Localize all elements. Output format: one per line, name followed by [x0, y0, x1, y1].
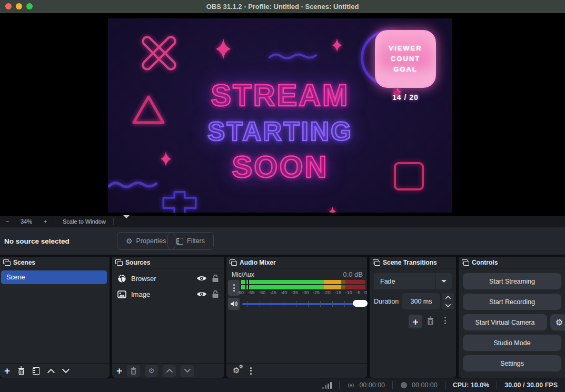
- chevron-up-icon: [166, 369, 173, 373]
- mixer-channel-label: Mic/Aux: [232, 271, 254, 278]
- scene-filters-button[interactable]: [33, 367, 40, 375]
- trash-icon: [17, 366, 25, 375]
- zoom-out-button[interactable]: −: [0, 218, 15, 225]
- volume-slider-ticks: [247, 301, 345, 307]
- sources-toolbar: + ⚙: [112, 363, 224, 378]
- dock-icon: [373, 259, 380, 265]
- start-streaming-button[interactable]: Start Streaming: [463, 273, 561, 289]
- move-scene-down-button[interactable]: [62, 369, 70, 373]
- remove-scene-button[interactable]: [17, 366, 25, 375]
- add-source-button[interactable]: +: [116, 366, 122, 376]
- scale-mode-label[interactable]: Scale to Window: [57, 218, 111, 225]
- badge-line: VIEWER: [389, 43, 422, 54]
- image-icon: [117, 290, 126, 298]
- filters-icon: [176, 238, 183, 245]
- visibility-eye-icon[interactable]: [196, 275, 207, 282]
- source-row-image[interactable]: Image: [112, 287, 224, 301]
- add-transition-button[interactable]: +: [409, 315, 422, 328]
- duration-input[interactable]: 300 ms: [402, 293, 440, 309]
- volume-slider-handle[interactable]: [353, 300, 368, 307]
- dock-icon: [3, 259, 10, 265]
- chevron-down-icon: [184, 369, 191, 373]
- settings-button[interactable]: Settings: [463, 355, 561, 371]
- chevron-down-icon: [445, 304, 451, 307]
- advanced-audio-gear-icon[interactable]: ⚙: [233, 367, 240, 375]
- chevron-down-icon: [441, 280, 447, 283]
- source-properties-button[interactable]: ⚙: [145, 365, 158, 377]
- scenes-panel: Scenes Scene +: [0, 257, 110, 378]
- filters-icon: [33, 367, 40, 375]
- sparkle-icon: [329, 207, 336, 213]
- neon-plus-shape: [154, 190, 205, 213]
- remove-source-button[interactable]: [127, 365, 140, 377]
- meter-scale: -60-55 -50-45 -40-35 -30-25 -20-15 -10-5…: [237, 290, 367, 295]
- add-scene-button[interactable]: +: [4, 366, 10, 376]
- transition-properties-button[interactable]: [444, 317, 446, 324]
- sparkle-icon: [216, 38, 231, 59]
- filters-button[interactable]: Filters: [167, 232, 214, 250]
- controls-panel-header: Controls: [459, 257, 565, 268]
- dock-icon: [115, 259, 122, 265]
- duration-increase-button[interactable]: [442, 293, 454, 301]
- zoom-in-button[interactable]: +: [38, 218, 53, 225]
- duration-label: Duration: [374, 298, 399, 305]
- scene-preview-canvas[interactable]: STREAM STARTING SOON VIEWER COUNT GOAL 1…: [108, 18, 452, 213]
- scene-list-item[interactable]: Scene: [1, 270, 107, 284]
- source-row-browser[interactable]: Browser: [112, 271, 224, 286]
- connection-quality: [315, 382, 339, 389]
- close-button[interactable]: [5, 3, 12, 9]
- gear-icon: ⚙: [556, 318, 563, 327]
- trash-icon: [427, 316, 434, 325]
- scene-transitions-panel: Scene Transitions Fade Duration 300 ms +: [370, 257, 456, 378]
- start-virtual-camera-button[interactable]: Start Virtual Camera: [463, 314, 547, 330]
- properties-label: Properties: [136, 237, 166, 245]
- scenes-toolbar: +: [0, 363, 110, 378]
- move-source-down-button[interactable]: [181, 365, 194, 377]
- chevron-up-icon: [445, 296, 451, 299]
- mute-button[interactable]: [228, 298, 240, 310]
- stream-timer: 00:00:00: [340, 381, 392, 389]
- start-recording-button[interactable]: Start Recording: [463, 294, 561, 310]
- sources-panel-title: Sources: [125, 259, 150, 266]
- scenes-panel-title: Scenes: [13, 259, 35, 266]
- minimize-button[interactable]: [16, 3, 22, 9]
- maximize-button[interactable]: [26, 3, 33, 9]
- filters-label: Filters: [187, 237, 205, 245]
- mixer-toolbar: ⚙: [226, 363, 367, 378]
- studio-mode-button[interactable]: Studio Mode: [463, 335, 561, 351]
- kebab-menu-icon: [233, 284, 235, 292]
- visibility-eye-icon[interactable]: [196, 291, 207, 297]
- lock-icon[interactable]: [212, 290, 219, 298]
- record-timer: 00:00:00: [393, 381, 445, 389]
- preview-area: STREAM STARTING SOON VIEWER COUNT GOAL 1…: [0, 13, 565, 216]
- move-source-up-button[interactable]: [163, 365, 176, 377]
- controls-panel: Controls Start Streaming Start Recording…: [459, 257, 565, 378]
- audio-mixer-header: Audio Mixer: [226, 257, 367, 268]
- gear-icon: ⚙: [148, 367, 155, 374]
- record-icon: [400, 381, 408, 389]
- globe-icon: [117, 274, 126, 283]
- duration-decrease-button[interactable]: [442, 301, 454, 309]
- virtual-camera-settings-button[interactable]: ⚙: [550, 314, 565, 330]
- properties-button[interactable]: ⚙ Properties: [117, 232, 175, 250]
- scale-mode-dropdown[interactable]: [123, 218, 130, 225]
- sources-panel: Sources Browser: [112, 257, 224, 378]
- window-title: OBS 31.1.2 - Profile: Untitled - Scenes:…: [206, 3, 359, 11]
- mixer-menu-button[interactable]: [250, 367, 252, 375]
- transition-select[interactable]: Fade: [374, 273, 452, 289]
- transitions-panel-header: Scene Transitions: [370, 257, 456, 268]
- move-scene-up-button[interactable]: [47, 369, 55, 373]
- chevron-up-icon: [47, 369, 55, 373]
- sources-panel-header: Sources: [112, 257, 224, 268]
- mixer-db-value: 0.0 dB: [343, 270, 363, 278]
- lock-icon[interactable]: [212, 274, 219, 283]
- remove-transition-button[interactable]: [427, 316, 434, 325]
- dock-icon: [230, 259, 236, 265]
- chevron-down-icon: [62, 369, 70, 373]
- plus-icon: +: [412, 317, 418, 327]
- source-label: Browser: [131, 275, 192, 283]
- wave-line: [269, 51, 317, 61]
- zoom-percent: 34%: [15, 218, 38, 225]
- status-bar: 00:00:00 00:00:00 CPU: 10.0% 30.00 / 30.…: [0, 378, 565, 392]
- no-source-label: No source selected: [4, 237, 70, 245]
